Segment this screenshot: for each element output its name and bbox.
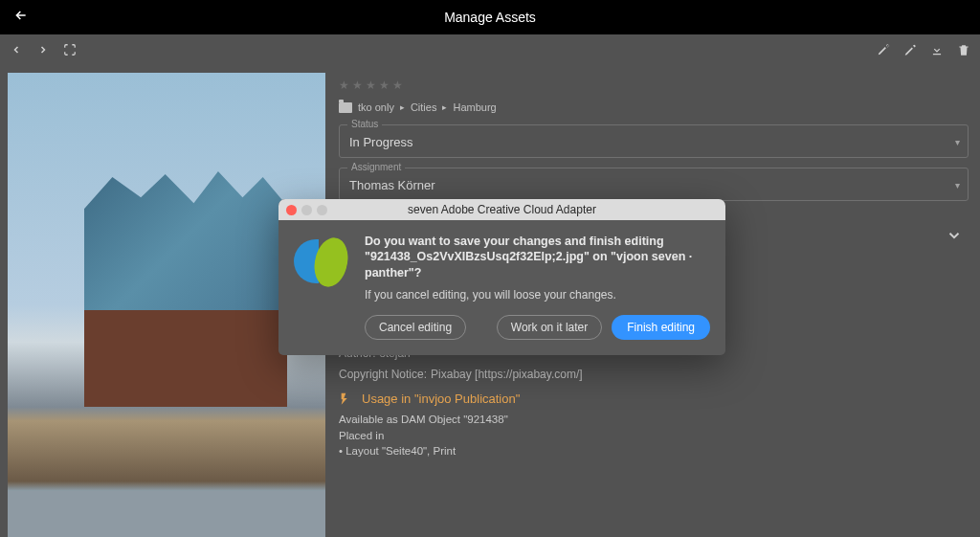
- chevron-right-icon: ▸: [442, 102, 447, 112]
- breadcrumb-item[interactable]: tko only: [358, 101, 394, 113]
- chevron-right-icon: ▸: [400, 102, 405, 112]
- usage-section: Usage in "invjoo Publication" Available …: [339, 391, 969, 459]
- app-logo: [294, 234, 349, 289]
- usage-line: Placed in: [339, 428, 969, 444]
- back-button[interactable]: [13, 8, 29, 27]
- star-icon[interactable]: ★: [352, 78, 363, 92]
- usage-line: • Layout "Seite40", Print: [339, 443, 969, 459]
- finish-editing-button[interactable]: Finish editing: [612, 315, 710, 340]
- dialog-titlebar[interactable]: seven Adobe Creative Cloud Adapter: [278, 199, 725, 220]
- folder-icon: [339, 102, 352, 113]
- page-title: Manage Assets: [444, 10, 536, 25]
- close-icon[interactable]: [286, 205, 297, 215]
- breadcrumb-item[interactable]: Hamburg: [453, 101, 496, 113]
- toolbar: [0, 34, 980, 65]
- usage-title: Usage in "invjoo Publication": [362, 392, 520, 406]
- usage-icon: [339, 391, 354, 406]
- star-icon[interactable]: ★: [339, 78, 349, 92]
- star-icon[interactable]: ★: [392, 78, 403, 92]
- breadcrumb: tko only ▸ Cities ▸ Hamburg: [339, 101, 969, 113]
- status-select[interactable]: Status In Progress ▾: [339, 124, 969, 158]
- rating-stars[interactable]: ★ ★ ★ ★ ★: [339, 78, 969, 92]
- field-label: Status: [347, 119, 382, 129]
- star-icon[interactable]: ★: [366, 78, 376, 92]
- delete-icon[interactable]: [957, 43, 970, 56]
- edit-icon[interactable]: [903, 43, 917, 56]
- chevron-down-icon: [946, 227, 963, 247]
- dialog-subtext: If you cancel editing, you will loose yo…: [365, 288, 710, 302]
- field-value: In Progress: [349, 135, 412, 149]
- dialog-message: Do you want to save your changes and fin…: [365, 234, 710, 280]
- chevron-down-icon: ▾: [955, 136, 960, 146]
- star-icon[interactable]: ★: [379, 78, 390, 92]
- dialog-title: seven Adobe Creative Cloud Adapter: [278, 203, 725, 216]
- field-value: Thomas Körner: [349, 178, 435, 192]
- fullscreen-icon[interactable]: [63, 43, 77, 56]
- chevron-down-icon: ▾: [955, 179, 960, 190]
- meta-copyright: Copyright Notice:Pixabay [https://pixaba…: [339, 368, 969, 381]
- usage-line: Available as DAM Object "921438": [339, 412, 969, 428]
- download-icon[interactable]: [930, 43, 944, 56]
- prev-icon[interactable]: [10, 43, 23, 56]
- breadcrumb-item[interactable]: Cities: [411, 101, 437, 113]
- zoom-icon: [317, 205, 327, 215]
- field-label: Assignment: [347, 162, 405, 172]
- work-later-button[interactable]: Work on it later: [497, 315, 602, 340]
- minimize-icon: [301, 205, 312, 215]
- next-icon[interactable]: [36, 43, 50, 56]
- assignment-select[interactable]: Assignment Thomas Körner ▾: [339, 168, 969, 201]
- magic-edit-icon[interactable]: [877, 43, 890, 56]
- save-dialog: seven Adobe Creative Cloud Adapter Do yo…: [278, 199, 725, 355]
- cancel-editing-button[interactable]: Cancel editing: [365, 315, 466, 340]
